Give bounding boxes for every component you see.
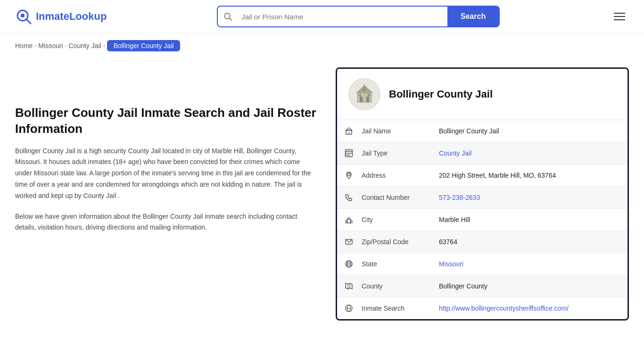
svg-point-2 bbox=[21, 14, 25, 17]
table-value-cell: 63764 bbox=[431, 231, 627, 253]
svg-rect-24 bbox=[348, 218, 350, 219]
table-label: Contact Number bbox=[362, 194, 410, 201]
search-input[interactable] bbox=[238, 8, 447, 25]
svg-line-1 bbox=[26, 19, 31, 24]
jail-avatar bbox=[348, 78, 380, 110]
building-icon bbox=[345, 127, 353, 135]
svg-marker-31 bbox=[346, 283, 352, 289]
table-label-cell: County bbox=[337, 275, 431, 297]
table-value-link[interactable]: Missouri bbox=[439, 260, 463, 268]
table-label-cell: Contact Number bbox=[337, 187, 431, 209]
phone-icon bbox=[345, 193, 353, 202]
table-value-cell[interactable]: County Jail bbox=[431, 142, 627, 165]
table-label: County bbox=[362, 282, 382, 290]
table-row: Jail Name Bollinger County Jail bbox=[337, 120, 627, 142]
info-table: Jail Name Bollinger County Jail Jail Typ… bbox=[337, 120, 627, 319]
left-column: Bollinger County Jail Inmate Search and … bbox=[15, 67, 317, 321]
breadcrumb-sep2: › bbox=[65, 42, 66, 49]
table-row: County Bollinger County bbox=[337, 275, 627, 297]
table-value-cell: Bollinger County Jail bbox=[431, 120, 627, 142]
table-row: State Missouri bbox=[337, 253, 627, 275]
search-globe-icon bbox=[345, 304, 353, 313]
site-header: InmateLookup Search bbox=[0, 0, 644, 33]
table-label: Jail Type bbox=[362, 149, 388, 157]
svg-rect-11 bbox=[368, 94, 370, 96]
site-logo[interactable]: InmateLookup bbox=[15, 8, 107, 25]
main-layout: Bollinger County Jail Inmate Search and … bbox=[0, 58, 644, 339]
breadcrumb-state[interactable]: Missouri bbox=[38, 42, 63, 49]
svg-line-4 bbox=[230, 18, 231, 20]
table-label-cell: Jail Name bbox=[337, 120, 431, 142]
hamburger-line1 bbox=[614, 13, 625, 14]
table-label: City bbox=[362, 216, 373, 223]
info-card: Bollinger County Jail Jail Name Bollinge… bbox=[336, 67, 629, 321]
table-value-link[interactable]: County Jail bbox=[439, 149, 471, 157]
right-column: Bollinger County Jail Jail Name Bollinge… bbox=[336, 67, 629, 321]
table-label: Zip/Postal Code bbox=[362, 238, 409, 246]
building-avatar-icon bbox=[353, 82, 376, 106]
table-label-cell: City bbox=[337, 209, 431, 231]
table-value-cell: Marble Hill bbox=[431, 209, 627, 231]
svg-rect-5 bbox=[357, 92, 372, 102]
card-header: Bollinger County Jail bbox=[337, 69, 627, 120]
hamburger-line3 bbox=[614, 19, 625, 20]
svg-point-3 bbox=[224, 13, 230, 19]
table-label: Address bbox=[362, 172, 386, 179]
svg-rect-23 bbox=[350, 221, 352, 223]
search-icon bbox=[218, 12, 238, 21]
search-area: Search bbox=[217, 6, 500, 27]
city-icon bbox=[345, 215, 353, 224]
card-title: Bollinger County Jail bbox=[389, 88, 493, 100]
svg-rect-15 bbox=[348, 132, 350, 134]
table-row: Address 202 High Street, Marble Hill, MO… bbox=[337, 165, 627, 187]
table-row: Inmate Search http://www.bollingercounty… bbox=[337, 297, 627, 320]
table-label: Jail Name bbox=[362, 127, 391, 135]
breadcrumb: Home › Missouri › County Jail › Bollinge… bbox=[0, 33, 644, 58]
pin-icon bbox=[345, 171, 353, 180]
svg-rect-10 bbox=[359, 94, 361, 96]
globe-icon bbox=[345, 260, 353, 268]
table-row: City Marble Hill bbox=[337, 209, 627, 231]
list-icon bbox=[345, 149, 353, 157]
table-row: Jail Type County Jail bbox=[337, 142, 627, 165]
breadcrumb-home[interactable]: Home bbox=[15, 42, 33, 49]
table-value-cell: 202 High Street, Marble Hill, MO, 63764 bbox=[431, 165, 627, 187]
table-label-cell: State bbox=[337, 253, 431, 275]
breadcrumb-type[interactable]: County Jail bbox=[68, 42, 101, 49]
search-button[interactable]: Search bbox=[447, 7, 499, 26]
table-label-cell: Zip/Postal Code bbox=[337, 231, 431, 253]
menu-button[interactable] bbox=[610, 9, 629, 24]
table-row: Zip/Postal Code 63764 bbox=[337, 231, 627, 253]
table-label: Inmate Search bbox=[362, 304, 405, 312]
table-label-cell: Address bbox=[337, 165, 431, 187]
hamburger-line2 bbox=[614, 16, 625, 17]
svg-point-20 bbox=[347, 173, 350, 176]
table-label-cell: Jail Type bbox=[337, 142, 431, 165]
map-icon bbox=[345, 282, 353, 290]
breadcrumb-sep3: › bbox=[103, 42, 105, 49]
table-label-cell: Inmate Search bbox=[337, 297, 431, 320]
table-value-link[interactable]: http://www.bollingercountysheriffsoffice… bbox=[439, 304, 569, 312]
svg-rect-6 bbox=[360, 97, 363, 102]
svg-rect-9 bbox=[363, 87, 366, 91]
mail-icon bbox=[345, 238, 353, 246]
breadcrumb-sep1: › bbox=[34, 42, 36, 49]
page-description-2: Below we have given information about th… bbox=[15, 211, 317, 234]
svg-rect-7 bbox=[366, 97, 369, 102]
table-row: Contact Number 573-238-2633 bbox=[337, 187, 627, 209]
table-value-cell: Bollinger County bbox=[431, 275, 627, 297]
svg-rect-22 bbox=[346, 221, 347, 223]
table-value-cell[interactable]: http://www.bollingercountysheriffsoffice… bbox=[431, 297, 627, 320]
page-title: Bollinger County Jail Inmate Search and … bbox=[15, 105, 317, 137]
table-value-link[interactable]: 573-238-2633 bbox=[439, 194, 480, 201]
breadcrumb-current: Bollinger County Jail bbox=[107, 40, 181, 51]
logo-icon bbox=[15, 8, 32, 25]
logo-text: InmateLookup bbox=[36, 10, 107, 23]
table-value-cell[interactable]: Missouri bbox=[431, 253, 627, 275]
table-value-cell[interactable]: 573-238-2633 bbox=[431, 187, 627, 209]
table-label: State bbox=[362, 260, 377, 268]
page-description-1: Bollinger County Jail is a high security… bbox=[15, 146, 317, 202]
